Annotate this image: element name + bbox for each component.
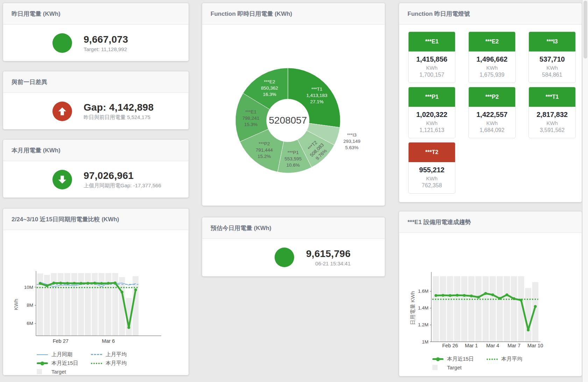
legend-swatch-dots [91, 363, 102, 364]
tile-target: 584,861 [530, 72, 575, 78]
compare-chart-title: 2/24~3/10 近15日同期用電量比較 (KWh) [3, 209, 189, 230]
light-tile-I3: ***I3537,710KWh584,861 [529, 32, 576, 83]
series-point [121, 291, 123, 293]
tile-status-header: ***T2 [409, 143, 455, 162]
y-tick-label: 1.2M [418, 322, 428, 327]
light-tile-E2: ***E21,496,662KWh1,675,939 [468, 32, 516, 83]
tile-value: 537,710 [530, 55, 575, 63]
series-point [449, 294, 452, 297]
series-point [470, 294, 473, 297]
card-yesterday-usage: 昨日用電量 (KWh) 9,667,073 Target: 11,128,992 [3, 3, 189, 61]
legend-swatch-square [432, 365, 438, 370]
legend-item-上月同期[interactable]: 上月同期 [37, 351, 91, 358]
green-status-circle [275, 248, 294, 267]
legend-item-本月近15日[interactable]: 本月近15日 [432, 356, 487, 362]
legend-label: Target [51, 369, 66, 375]
yesterday-usage-body: 9,667,073 Target: 11,128,992 [3, 25, 189, 61]
light-tile-T1: ***T12,817,832KWh3,591,562 [529, 87, 576, 138]
donut-slice-label: ***I3293,1495.63% [343, 132, 360, 150]
series-point [86, 282, 89, 285]
target-bar [497, 276, 503, 342]
x-tick-label: Mar 10 [527, 343, 543, 348]
compare-chart-legend: 上月同期上月平均本月近15日本月平均Target [37, 351, 152, 377]
legend-label: Target [447, 364, 462, 370]
month-usage-body: 97,026,961 上個月同期用電Gap: -17,377,566 [3, 161, 189, 198]
tile-body: 537,710KWh584,861 [529, 51, 575, 83]
legend-swatch-dots [487, 359, 498, 360]
tile-unit: KWh [409, 65, 454, 71]
tile-unit: KWh [409, 120, 454, 126]
legend-item-本月近15日[interactable]: 本月近15日 [37, 360, 91, 367]
series-point [39, 282, 42, 285]
x-tick-label: Mar 7 [508, 343, 520, 348]
legend-item-Target[interactable]: Target [37, 369, 91, 375]
target-bar [454, 276, 460, 342]
legend-swatch-line [37, 354, 48, 355]
card-day-gap: 與前一日差異 Gap: 4,142,898 昨日與前日用電量 5,524,175 [3, 71, 189, 130]
card-month-title: 本月用電量 (KWh) [3, 140, 189, 161]
series-point [484, 292, 487, 295]
e1-trend-chart[interactable]: 1M1.2M1.4M1.6MFeb 26Mar 1Mar 4Mar 7Mar 1… [399, 233, 582, 352]
tile-target: 762,358 [409, 182, 454, 189]
y-tick-label: 1.4M [418, 305, 428, 311]
legend-item-上月平均[interactable]: 上月平均 [91, 351, 145, 358]
tile-status-header: ***P2 [469, 87, 515, 107]
series-point [45, 284, 48, 287]
tile-body: 1,020,322KWh1,121,613 [409, 107, 455, 138]
scrollbar-thumb[interactable] [583, 1, 587, 58]
compare-usage-chart[interactable]: 6M8M10MFeb 27Mar 6KWh [3, 230, 189, 347]
series-point [52, 282, 55, 284]
legend-item-本月平均[interactable]: 本月平均 [487, 356, 541, 362]
tile-body: 955,212KWh762,358 [409, 162, 455, 193]
yesterday-usage-value: 9,667,073 [84, 34, 168, 45]
tile-body: 1,422,557KWh1,684,092 [469, 107, 515, 138]
target-bar [504, 276, 510, 342]
tile-status-header: ***E2 [469, 32, 515, 51]
lights-card-title: Function 昨日用電燈號 [399, 3, 582, 25]
card-compare-chart: 2/24~3/10 近15日同期用電量比較 (KWh) 6M8M10MFeb 2… [3, 208, 189, 375]
series-point [491, 293, 494, 296]
tile-value: 1,496,662 [469, 55, 515, 63]
series-point [477, 296, 480, 299]
tile-target: 3,591,562 [530, 127, 575, 133]
today-estimate-texts: 9,615,796 06-21 15:34:41 [306, 248, 350, 266]
legend-swatch-dash [91, 354, 102, 355]
day-gap-texts: Gap: 4,142,898 昨日與前日用電量 5,524,175 [84, 102, 168, 121]
target-bar [475, 276, 482, 342]
green-status-circle [52, 33, 72, 53]
legend-swatch-thick [37, 362, 48, 364]
tile-status-header: ***E1 [409, 32, 455, 51]
tile-status-header: ***P1 [409, 87, 455, 107]
yesterday-usage-texts: 9,667,073 Target: 11,128,992 [84, 34, 168, 52]
tile-unit: KWh [469, 65, 515, 71]
legend-item-本月平均[interactable]: 本月平均 [91, 360, 145, 367]
tile-unit: KWh [530, 65, 575, 71]
page-scrollbar[interactable] [582, 0, 588, 382]
today-estimate-timestamp: 06-21 15:34:41 [306, 261, 350, 266]
x-tick-label: Mar 1 [465, 343, 478, 348]
target-bar [433, 276, 439, 342]
series-point [520, 299, 523, 301]
tile-unit: KWh [469, 120, 515, 126]
y-tick-label: 10M [24, 285, 33, 290]
month-usage-texts: 97,026,961 上個月同期用電Gap: -17,377,566 [84, 170, 168, 189]
legend-label: 本月近15日 [51, 360, 78, 367]
donut-center-total: 5208057 [269, 115, 307, 126]
realtime-usage-donut-chart[interactable]: ***T11,413,18327.1%***I3293,1495.63%***T… [202, 25, 385, 206]
card-realtime-donut: Function 即時日用電量 (KWh) ***T11,413,18327.1… [202, 3, 385, 206]
light-tile-T2: ***T2955,212KWh762,358 [408, 142, 455, 194]
today-estimate-body: 9,615,796 06-21 15:34:41 [202, 239, 385, 276]
legend-item-Target[interactable]: Target [432, 364, 487, 370]
target-bar [482, 276, 489, 342]
tile-body: 1,415,856KWh1,700,157 [409, 51, 455, 83]
tile-value: 1,422,557 [469, 111, 515, 119]
arrow-up-icon [57, 106, 68, 117]
legend-label: 本月平均 [106, 360, 127, 367]
target-bar [447, 276, 453, 342]
series-point [505, 293, 508, 296]
x-tick-label: Feb 26 [442, 343, 458, 348]
day-gap-subtitle: 昨日與前日用電量 5,524,175 [84, 114, 168, 121]
tile-body: 1,496,662KWh1,675,939 [469, 51, 515, 83]
series-point [456, 294, 459, 297]
arrow-down-icon [57, 174, 68, 185]
